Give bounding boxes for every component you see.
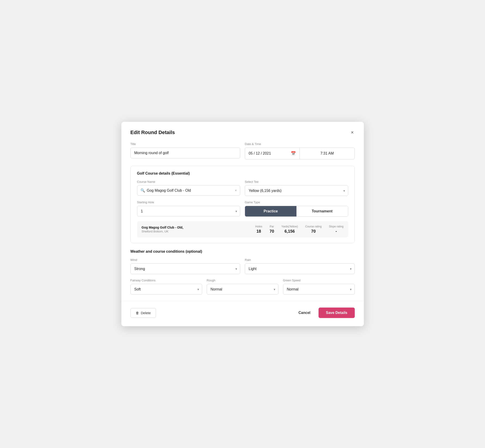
course-rating-value: 70	[305, 229, 322, 234]
golf-course-section: Golf Course details (Essential) Course N…	[130, 166, 355, 243]
modal-header: Edit Round Details ×	[130, 129, 355, 136]
course-name-group: Course Name 🔍 ×	[137, 180, 241, 196]
holes-label: Holes	[255, 225, 262, 228]
green-speed-dropdown[interactable]: Slow Normal Fast	[283, 284, 355, 295]
close-button[interactable]: ×	[350, 129, 355, 136]
holes-stat: Holes 18	[255, 225, 262, 234]
fairway-group: Fairway Conditions Soft Normal Hard ▾	[130, 279, 202, 295]
game-type-toggle: Practice Tournament	[245, 206, 348, 217]
weather-section: Weather and course conditions (optional)…	[130, 249, 355, 295]
course-info-name: Gog Magog Golf Club - Old,	[142, 226, 248, 229]
rough-group: Rough Soft Normal Hard ▾	[207, 279, 278, 295]
title-label: Title	[130, 142, 241, 146]
course-name-search-wrap[interactable]: 🔍 ×	[137, 185, 241, 196]
yards-label: Yards(Yellow)	[282, 225, 298, 228]
practice-toggle-button[interactable]: Practice	[245, 206, 297, 216]
par-label: Par	[270, 225, 274, 228]
hole-gametype-row: Starting Hole 1 2 3 ▾ Game Type Practice…	[137, 200, 348, 217]
trash-icon: 🗑	[136, 311, 139, 315]
footer-divider	[121, 301, 364, 301]
title-field-group: Title	[130, 142, 241, 159]
yards-value: 6,156	[282, 229, 298, 234]
wind-wrap: None Light Moderate Strong ▾	[130, 263, 241, 274]
search-icon: 🔍	[140, 188, 145, 192]
rain-label: Rain	[245, 258, 355, 262]
holes-value: 18	[255, 229, 262, 234]
course-rating-label: Course rating	[305, 225, 322, 228]
wind-dropdown[interactable]: None Light Moderate Strong	[130, 263, 241, 274]
rain-dropdown[interactable]: None Light Moderate Heavy	[245, 263, 355, 274]
select-tee-wrap: Yellow (6,156 yards) White Red Blue ▾	[245, 185, 348, 196]
wind-group: Wind None Light Moderate Strong ▾	[130, 258, 241, 274]
rain-group: Rain None Light Moderate Heavy ▾	[245, 258, 355, 274]
slope-rating-value: -	[329, 229, 343, 234]
weather-section-title: Weather and course conditions (optional)	[130, 249, 355, 254]
footer-right: Cancel Save Details	[295, 308, 355, 318]
date-time-label: Date & Time	[245, 142, 355, 146]
time-field[interactable]: 7:31 AM	[300, 148, 354, 159]
rain-wrap: None Light Moderate Heavy ▾	[245, 263, 355, 274]
course-info-bar: Gog Magog Golf Club - Old, Shelford Bott…	[137, 221, 348, 237]
green-speed-label: Green Speed	[283, 279, 355, 282]
fairway-wrap: Soft Normal Hard ▾	[130, 284, 202, 295]
course-name-clear-button[interactable]: ×	[235, 189, 237, 192]
title-input[interactable]	[130, 147, 241, 159]
rough-dropdown[interactable]: Soft Normal Hard	[207, 284, 278, 295]
time-value: 7:31 AM	[320, 151, 334, 155]
modal-title: Edit Round Details	[130, 129, 175, 136]
starting-hole-dropdown[interactable]: 1 2 3	[137, 206, 241, 216]
course-name-location: Gog Magog Golf Club - Old, Shelford Bott…	[142, 226, 248, 233]
rough-label: Rough	[207, 279, 278, 282]
starting-hole-label: Starting Hole	[137, 200, 241, 204]
wind-label: Wind	[130, 258, 241, 262]
date-time-row: 05 / 12 / 2021 📅 7:31 AM	[245, 147, 355, 159]
slope-rating-label: Slope rating	[329, 225, 343, 228]
green-speed-group: Green Speed Slow Normal Fast ▾	[283, 279, 355, 295]
slope-rating-stat: Slope rating -	[329, 225, 343, 234]
cancel-button[interactable]: Cancel	[295, 308, 314, 318]
delete-label: Delete	[141, 311, 151, 315]
course-name-input[interactable]	[147, 189, 233, 192]
par-stat: Par 70	[270, 225, 274, 234]
rough-wrap: Soft Normal Hard ▾	[207, 284, 278, 295]
starting-hole-group: Starting Hole 1 2 3 ▾	[137, 200, 241, 217]
fairway-dropdown[interactable]: Soft Normal Hard	[130, 284, 202, 295]
calendar-icon: 📅	[291, 151, 296, 156]
golf-course-section-title: Golf Course details (Essential)	[137, 171, 348, 176]
footer-row: 🗑 Delete Cancel Save Details	[130, 308, 355, 318]
par-value: 70	[270, 229, 274, 234]
date-time-field-group: Date & Time 05 / 12 / 2021 📅 7:31 AM	[245, 142, 355, 159]
green-speed-wrap: Slow Normal Fast ▾	[283, 284, 355, 295]
course-tee-row: Course Name 🔍 × Select Tee Yellow (6,156…	[137, 180, 348, 196]
fairway-rough-green-row: Fairway Conditions Soft Normal Hard ▾ Ro…	[130, 279, 355, 295]
edit-round-modal: Edit Round Details × Title Date & Time 0…	[121, 122, 364, 326]
top-fields: Title Date & Time 05 / 12 / 2021 📅 7:31 …	[130, 142, 355, 159]
wind-rain-row: Wind None Light Moderate Strong ▾ Rain N…	[130, 258, 355, 274]
select-tee-group: Select Tee Yellow (6,156 yards) White Re…	[245, 180, 348, 196]
game-type-label: Game Type	[245, 200, 348, 204]
starting-hole-wrap: 1 2 3 ▾	[137, 206, 241, 216]
select-tee-dropdown[interactable]: Yellow (6,156 yards) White Red Blue	[245, 185, 348, 196]
date-value: 05 / 12 / 2021	[249, 151, 289, 155]
game-type-group: Game Type Practice Tournament	[245, 200, 348, 217]
course-name-label: Course Name	[137, 180, 241, 184]
select-tee-label: Select Tee	[245, 180, 348, 184]
fairway-label: Fairway Conditions	[130, 279, 202, 282]
course-info-location: Shelford Bottom, UK	[142, 230, 248, 233]
date-field[interactable]: 05 / 12 / 2021 📅	[245, 148, 300, 159]
course-rating-stat: Course rating 70	[305, 225, 322, 234]
delete-button[interactable]: 🗑 Delete	[130, 308, 156, 318]
yards-stat: Yards(Yellow) 6,156	[282, 225, 298, 234]
tournament-toggle-button[interactable]: Tournament	[297, 206, 348, 216]
save-details-button[interactable]: Save Details	[319, 308, 355, 318]
